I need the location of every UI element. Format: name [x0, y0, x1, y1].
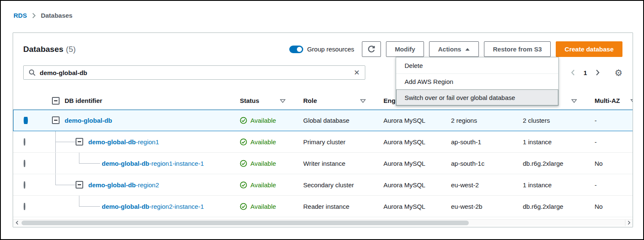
- role-cell: Writer instance: [295, 160, 375, 167]
- status-text: Available: [250, 160, 276, 167]
- db-identifier-link[interactable]: demo-global-db-region1: [88, 138, 159, 146]
- db-identifier-link[interactable]: demo-global-db-region2: [88, 181, 159, 189]
- minus-mark: [54, 120, 57, 121]
- table-row[interactable]: demo-global-db-region2 Available Seconda…: [13, 174, 633, 196]
- scroll-left-button[interactable]: [13, 220, 21, 226]
- group-resources-toggle[interactable]: Group resources: [289, 46, 354, 53]
- page-title: Databases: [23, 45, 63, 54]
- minus-mark: [78, 141, 81, 142]
- breadcrumb-rds-link[interactable]: RDS: [14, 12, 27, 19]
- engine-cell: Aurora MySQL: [375, 117, 443, 124]
- preferences-gear-icon[interactable]: ⚙: [614, 68, 622, 77]
- current-page[interactable]: 1: [584, 69, 587, 76]
- toggle-track[interactable]: [289, 46, 303, 53]
- db-identifier-link[interactable]: demo-global-db: [65, 117, 112, 124]
- header-role-label: Role: [303, 97, 317, 104]
- refresh-button[interactable]: [362, 41, 381, 57]
- row-radio[interactable]: [24, 160, 25, 167]
- tree-connector: [79, 196, 79, 206]
- header-status-label: Status: [240, 97, 259, 104]
- collapse-row-icon[interactable]: [76, 181, 83, 189]
- header-role[interactable]: Role: [295, 97, 375, 104]
- size-cell: db.r6g.2xlarge: [514, 160, 586, 167]
- header-status[interactable]: Status: [231, 97, 295, 104]
- row-radio[interactable]: [24, 181, 25, 189]
- breadcrumb-chevron-icon: [32, 13, 36, 19]
- search-input[interactable]: [40, 69, 350, 76]
- table-row[interactable]: demo-global-db-region1-instance-1 Availa…: [13, 153, 633, 174]
- select-all-checkbox[interactable]: [52, 97, 60, 105]
- next-page-button[interactable]: [595, 68, 601, 77]
- row-radio[interactable]: [24, 203, 25, 210]
- row-radio[interactable]: [24, 138, 25, 146]
- resource-count: (5): [66, 45, 76, 54]
- multi-az-cell: -: [586, 117, 633, 124]
- status-text: Available: [250, 203, 276, 210]
- search-box[interactable]: ✕: [23, 65, 365, 80]
- status-text: Available: [250, 138, 276, 146]
- region-cell: eu-west-2b: [443, 203, 514, 210]
- filter-icon[interactable]: [571, 97, 577, 104]
- create-database-button[interactable]: Create database: [556, 41, 622, 57]
- collapse-row-icon[interactable]: [76, 138, 83, 146]
- region-cell: ap-south-1c: [443, 160, 514, 167]
- actions-button-label: Actions: [438, 46, 461, 53]
- scrollbar-track[interactable]: [21, 220, 625, 226]
- clear-search-icon[interactable]: ✕: [354, 69, 360, 76]
- db-identifier-link[interactable]: demo-global-db-region2-instance-1: [102, 203, 204, 210]
- search-icon: [29, 69, 35, 76]
- row-radio[interactable]: [24, 117, 28, 124]
- rds-console-window: RDS Databases Databases (5) Group resour…: [0, 0, 644, 240]
- menu-item-delete[interactable]: Delete: [396, 57, 558, 73]
- engine-cell: Aurora MySQL: [375, 203, 443, 210]
- status-available-icon: [240, 138, 247, 146]
- collapse-row-icon[interactable]: [52, 116, 60, 124]
- header-multi-az[interactable]: Multi-AZ: [586, 97, 633, 104]
- group-resources-label: Group resources: [307, 46, 354, 53]
- scrollbar-thumb[interactable]: [22, 221, 469, 225]
- pagination: 1 ⚙: [570, 68, 622, 77]
- actions-button[interactable]: Actions: [429, 41, 479, 57]
- toggle-knob: [297, 47, 302, 52]
- filter-icon[interactable]: [280, 97, 285, 104]
- previous-page-button[interactable]: [570, 68, 576, 77]
- scroll-right-button[interactable]: [625, 220, 633, 226]
- filter-icon[interactable]: [630, 97, 633, 104]
- table-row[interactable]: demo-global-db Available Global database…: [13, 110, 633, 131]
- header-db-identifier-label: DB identifier: [65, 97, 102, 104]
- role-cell: Primary cluster: [295, 138, 375, 146]
- modify-button[interactable]: Modify: [386, 41, 424, 57]
- role-cell: Reader instance: [295, 203, 375, 210]
- multi-az-cell: -: [586, 138, 633, 146]
- actions-menu: Delete Add AWS Region Switch over or fai…: [396, 57, 559, 106]
- status-available-icon: [240, 117, 247, 124]
- multi-az-cell: No: [586, 160, 633, 167]
- tree-connector: [79, 206, 100, 207]
- refresh-icon: [367, 45, 375, 53]
- chevron-left-icon: [16, 221, 19, 225]
- multi-az-cell: No: [586, 203, 633, 210]
- region-cell: ap-south-1: [443, 138, 514, 146]
- indeterminate-mark: [54, 100, 57, 101]
- db-identifier-link[interactable]: demo-global-db-region1-instance-1: [102, 160, 204, 167]
- restore-from-s3-button[interactable]: Restore from S3: [484, 41, 551, 57]
- status-text: Available: [250, 117, 276, 124]
- table-row[interactable]: demo-global-db-region2-instance-1 Availa…: [13, 196, 633, 217]
- tree-connector: [55, 185, 76, 185]
- breadcrumb: RDS Databases: [14, 12, 73, 19]
- minus-mark: [78, 184, 81, 185]
- status-text: Available: [250, 181, 276, 189]
- menu-item-add-aws-region[interactable]: Add AWS Region: [396, 73, 558, 89]
- engine-cell: Aurora MySQL: [375, 138, 443, 146]
- header-db-identifier[interactable]: DB identifier: [35, 92, 231, 109]
- tree-connector: [79, 163, 100, 164]
- table-row[interactable]: demo-global-db-region1 Available Primary…: [13, 131, 633, 153]
- menu-item-switchover-failover[interactable]: Switch over or fail over global database: [396, 89, 558, 105]
- tree-connector: [79, 153, 79, 163]
- horizontal-scrollbar[interactable]: [13, 219, 633, 226]
- status-available-icon: [240, 160, 247, 167]
- header-multi-az-label: Multi-AZ: [595, 97, 620, 104]
- databases-panel: Databases (5) Group resources Modify Act…: [13, 32, 633, 227]
- databases-table: DB identifier Status Role Engine: [13, 92, 633, 226]
- filter-icon[interactable]: [360, 97, 366, 104]
